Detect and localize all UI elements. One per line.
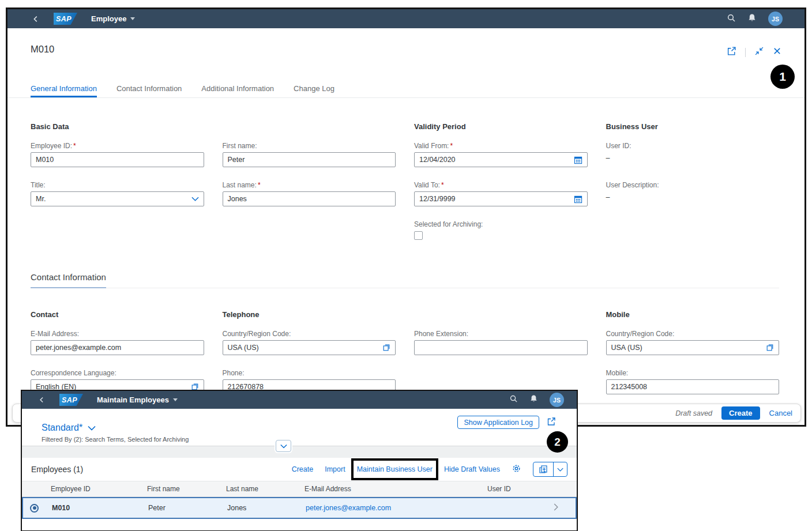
value-help-icon[interactable] xyxy=(382,344,390,352)
column-last-name[interactable]: Last name xyxy=(226,485,304,493)
variant-selector[interactable]: Standard* xyxy=(42,423,96,433)
export-menu-chevron-icon[interactable] xyxy=(553,462,567,476)
group-heading-basic-data: Basic Data xyxy=(31,122,204,134)
create-action[interactable]: Create xyxy=(292,465,314,473)
search-icon[interactable] xyxy=(727,13,736,25)
import-action[interactable]: Import xyxy=(325,465,345,473)
valid-to-field: Valid To:* 12/31/9999 xyxy=(414,181,588,206)
back-button[interactable] xyxy=(38,396,46,404)
variant-header: Standard* Filtered By (2): Search Terms,… xyxy=(22,409,577,446)
title-label: Title: xyxy=(31,181,204,189)
page-title: M010 xyxy=(31,44,54,55)
export-spreadsheet-icon[interactable] xyxy=(533,462,553,476)
column-email-address[interactable]: E-Mail Address xyxy=(304,485,487,493)
value-help-icon[interactable] xyxy=(766,344,774,352)
group-heading-mobile: Mobile xyxy=(606,310,780,322)
step-2-annotation-badge: 2 xyxy=(547,431,568,453)
tab-contact-information[interactable]: Contact Information xyxy=(116,81,182,97)
table-toolbar: Employees (1) Create Import Maintain Bus… xyxy=(22,458,577,481)
group-heading-telephone: Telephone xyxy=(223,310,396,322)
title-select[interactable]: Mr. xyxy=(31,191,204,206)
first-name-field: First name: Peter xyxy=(223,142,396,167)
first-name-input[interactable]: Peter xyxy=(223,152,396,167)
maintain-business-user-action[interactable]: Maintain Business User xyxy=(357,465,433,473)
mobile-country-code-input[interactable]: USA (US) xyxy=(606,340,780,355)
valid-from-input[interactable]: 12/04/2020 xyxy=(414,152,588,167)
group-heading-contact: Contact xyxy=(31,310,204,322)
cell-first-name: Peter xyxy=(148,504,227,512)
app-title-menu[interactable]: Employee xyxy=(91,14,135,23)
email-input[interactable]: peter.jones@example.com xyxy=(31,340,204,355)
phone-extension-field: Phone Extension: xyxy=(414,330,588,355)
archiving-checkbox[interactable] xyxy=(414,231,423,240)
row-radio-selected[interactable] xyxy=(30,504,39,513)
employee-window: SAP Employee JS M010 General Informati xyxy=(6,7,806,427)
email-label: E-Mail Address: xyxy=(31,330,204,338)
user-avatar[interactable]: JS xyxy=(768,12,783,26)
back-chevron-icon xyxy=(32,15,40,23)
required-marker: * xyxy=(73,142,76,150)
employee-id-input[interactable]: M010 xyxy=(31,152,204,167)
mobile-label: Mobile: xyxy=(606,369,780,377)
close-icon[interactable] xyxy=(773,47,781,58)
phone-extension-input[interactable] xyxy=(414,340,588,355)
sap-logo: SAP xyxy=(54,13,77,25)
app-title-label: Employee xyxy=(91,14,126,23)
back-button[interactable] xyxy=(32,15,40,23)
correspondence-language-label: Correspondence Language: xyxy=(31,369,204,377)
notifications-bell-icon[interactable] xyxy=(529,394,538,405)
settings-gear-icon[interactable] xyxy=(512,464,521,475)
create-button[interactable]: Create xyxy=(721,406,760,420)
column-first-name[interactable]: First name xyxy=(147,485,226,493)
select-chevron-down-icon xyxy=(191,197,199,201)
calendar-icon[interactable] xyxy=(574,156,582,164)
column-employee-id[interactable]: Employee ID xyxy=(51,485,147,493)
app-title-menu[interactable]: Maintain Employees xyxy=(97,396,178,404)
user-id-field: User ID: – xyxy=(606,142,780,167)
user-id-label: User ID: xyxy=(606,142,780,150)
first-name-label: First name: xyxy=(223,142,396,150)
anchor-tab-bar: General Information Contact Information … xyxy=(7,81,805,98)
column-user-id[interactable]: User ID xyxy=(487,485,555,493)
filtered-by-text: Filtered By (2): Search Terms, Selected … xyxy=(42,436,189,443)
mobile-input[interactable]: 212345008 xyxy=(606,379,780,394)
collapse-header-button[interactable] xyxy=(276,440,291,452)
tab-additional-information[interactable]: Additional Information xyxy=(201,81,274,97)
employees-table-card: Employees (1) Create Import Maintain Bus… xyxy=(22,458,577,530)
last-name-field: Last name:* Jones xyxy=(223,181,396,206)
notifications-bell-icon[interactable] xyxy=(747,13,757,25)
show-application-log-button[interactable]: Show Application Log xyxy=(457,416,539,429)
archiving-label: Selected for Archiving: xyxy=(414,220,588,228)
cell-email-link[interactable]: peter.jones@example.com xyxy=(306,504,488,512)
step-1-annotation-badge: 1 xyxy=(770,65,795,89)
user-avatar[interactable]: JS xyxy=(550,393,564,407)
tab-general-information[interactable]: General Information xyxy=(31,81,97,97)
last-name-input[interactable]: Jones xyxy=(223,191,396,206)
telephone-country-code-field: Country/Region Code: USA (US) xyxy=(223,330,396,355)
draft-status: Draft saved xyxy=(675,409,712,417)
hide-draft-values-action[interactable]: Hide Draft Values xyxy=(444,465,500,473)
group-heading-validity-period: Validity Period xyxy=(414,122,588,134)
export-split-button[interactable] xyxy=(533,462,567,477)
row-navigation-chevron-icon[interactable] xyxy=(554,503,569,513)
valid-to-input[interactable]: 12/31/9999 xyxy=(414,191,588,206)
chevron-down-icon xyxy=(280,444,287,449)
share-icon[interactable] xyxy=(547,417,556,428)
user-id-value: – xyxy=(606,154,780,162)
calendar-icon[interactable] xyxy=(574,195,582,204)
phone-extension-label: Phone Extension: xyxy=(414,330,588,338)
table-row[interactable]: M010 Peter Jones peter.jones@example.com xyxy=(22,497,577,519)
last-name-label: Last name: xyxy=(223,181,257,189)
valid-from-field: Valid From:* 12/04/2020 xyxy=(414,142,588,167)
shell-bar: SAP Employee JS xyxy=(7,9,805,28)
search-icon[interactable] xyxy=(509,394,518,405)
email-field: E-Mail Address: peter.jones@example.com xyxy=(31,330,204,355)
required-marker: * xyxy=(258,181,261,189)
cancel-button[interactable]: Cancel xyxy=(769,409,792,417)
collapse-window-icon[interactable] xyxy=(754,46,764,58)
tab-change-log[interactable]: Change Log xyxy=(294,81,334,97)
variant-title: Standard* xyxy=(42,423,82,433)
telephone-country-code-input[interactable]: USA (US) xyxy=(223,340,396,355)
mobile-country-code-field: Country/Region Code: USA (US) xyxy=(606,330,780,355)
share-icon[interactable] xyxy=(727,46,736,58)
